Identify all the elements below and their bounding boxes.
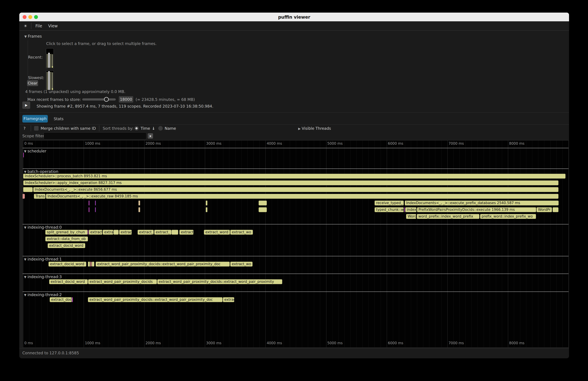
scope-bar[interactable] [404,207,405,212]
clear-frames-button[interactable]: Clear [27,80,38,86]
scope-bar[interactable] [138,201,140,205]
help-button[interactable]: ? [23,126,25,130]
scope-bar[interactable] [206,201,207,205]
flamegraph-panel[interactable]: 0 ms0 ms1000 ms1000 ms2000 ms2000 ms3000… [22,140,569,348]
maximize-window-button[interactable] [34,15,38,19]
max-frames-value[interactable]: 18000 [119,96,133,103]
scope-bar[interactable] [88,230,88,235]
menu-view[interactable]: View [48,24,58,28]
sort-by-name-label[interactable]: Name [165,126,176,130]
frames-section-header[interactable]: ▼ Frames [24,34,42,39]
sort-by-time-label[interactable]: Time [141,126,150,130]
scope-bar[interactable]: IndexScheduler>::process_batch 8953.821 … [23,174,566,179]
close-window-button[interactable] [23,15,26,19]
scope-bar[interactable]: PrefixWordPairsProximityDocids::execute … [417,207,536,212]
scope-bar[interactable]: extract_word_pair_proximity_docids::extr… [157,279,282,284]
scope-bar[interactable] [90,262,92,267]
scope-bar[interactable]: typed_chunk::w [375,207,404,212]
scope-bar[interactable] [171,230,178,235]
scope-bar[interactable] [95,201,96,205]
scope-bar[interactable]: Trans [34,194,45,199]
sort-direction-arrow-icon[interactable]: ↓ [152,126,155,130]
grid-line [526,141,526,347]
scope-bar[interactable] [92,262,94,267]
play-pause-button[interactable]: ▶ [22,102,30,109]
scope-bar[interactable]: extract_word_pair_proximity_docids::extr… [88,297,223,302]
scope-bar[interactable]: receive_typed_ [375,201,404,205]
scope-bar[interactable]: prefix_word::index_prefix_wo [480,214,536,219]
scope-bar[interactable] [88,262,90,267]
app-settings-sun-icon[interactable]: ☀ [24,24,27,28]
scope-bar[interactable] [23,187,33,192]
scope-bar[interactable]: IndexDocuments<_, _>::execute_prefix_dat… [405,201,559,205]
scope-bar[interactable]: extra [103,230,113,235]
scope-filter-input[interactable] [44,132,146,139]
scope-bar[interactable]: extract_docid_word [48,243,85,248]
scope-bar[interactable] [206,207,207,212]
time-tick-label: 7000 ms [449,341,464,345]
max-frames-slider-track[interactable] [82,98,116,101]
frame-bar[interactable] [50,72,51,90]
tab-stats[interactable]: Stats [54,117,63,121]
scope-bar[interactable] [113,230,119,235]
thread-row-header[interactable]: ▼ scheduler [24,149,46,153]
visible-threads-header[interactable]: ▶ Visible Threads [298,126,331,130]
minimize-window-button[interactable] [28,15,32,19]
scope-bar[interactable] [553,207,558,212]
scope-bar[interactable]: extract_wo [230,262,252,267]
frame-bar-selected[interactable] [48,71,49,90]
scope-bar[interactable]: IndexDocuments<_, _>::execute_raw 8459.1… [46,194,558,199]
scope-bar[interactable] [89,207,89,212]
scope-bar[interactable]: extract_ [138,230,154,235]
scope-bar[interactable]: IndexDocuments<_, _>::execute 8656.677 m… [33,187,558,192]
thread-row-header[interactable]: ▼ indexing-thread:0 [24,225,62,230]
thread-row-header[interactable]: ▼ indexing-thread:3 [24,275,62,279]
scope-bar[interactable]: extract [89,230,102,235]
merge-children-label[interactable]: Merge children with same ID [41,126,96,130]
merge-children-checkbox[interactable] [34,126,39,130]
frame-bar[interactable] [50,54,51,68]
scope-bar[interactable] [259,207,267,212]
frame-bar-selected[interactable] [48,53,49,68]
thread-row-header[interactable]: ▼ indexing-thread:2 [24,293,62,297]
clear-filter-button[interactable]: x [148,133,153,139]
scope-bar[interactable]: extract_word [204,230,230,235]
frame-bar[interactable] [47,54,48,68]
scope-bar[interactable]: extract_word_pair_proximity_docids::extr… [96,262,230,267]
scope-bar[interactable] [22,194,25,199]
scope-bar[interactable]: extract_doc [50,297,72,302]
scope-bar[interactable]: word_prefix::index_word_prefix [417,214,480,219]
scope-bar[interactable]: Word [406,214,416,219]
scope-bar[interactable] [72,297,73,302]
scope-bar[interactable]: extract [179,230,193,235]
max-frames-slider-knob[interactable] [104,97,109,102]
thread-row-header[interactable]: ▼ indexing-thread:1 [24,257,62,261]
slowest-frames-thumbnail[interactable] [46,70,54,91]
scope-bar[interactable] [95,207,96,212]
scope-bar[interactable]: IndexScheduler>::apply_index_operation 8… [23,180,558,185]
scope-bar[interactable]: extract::data_from_ob [45,236,88,241]
scope-bar[interactable]: index [405,207,417,212]
scope-bar[interactable]: extract_ [154,230,171,235]
recent-frames-thumbnail[interactable] [46,48,54,69]
scope-bar[interactable] [23,152,24,157]
scope-bar[interactable] [89,201,89,205]
sort-by-name-radio[interactable] [158,126,163,130]
scope-bar[interactable]: extract_word_pair_proximity_docids [88,279,157,284]
frame-bar[interactable] [52,54,53,68]
scope-bar[interactable]: split_grenad_by_chun [45,230,88,235]
scope-bar[interactable]: extract_docid_word [48,262,86,267]
scope-bar[interactable]: extract_wo [230,230,253,235]
frame-bar[interactable] [52,72,53,90]
menu-file[interactable]: File [35,24,42,28]
frame-bar[interactable] [47,72,48,90]
scope-bar[interactable] [259,201,267,205]
thread-row-header[interactable]: ▼ batch-operation [24,169,58,174]
tab-flamegraph[interactable]: Flamegraph [22,115,48,123]
scope-bar[interactable] [138,207,140,212]
scope-bar[interactable]: extrac [119,230,132,235]
scope-bar[interactable]: WordPr [536,207,552,212]
sort-by-time-radio[interactable] [134,126,139,130]
scope-bar[interactable]: extrac [223,297,234,302]
scope-bar[interactable]: extract_docid_word [49,279,88,284]
